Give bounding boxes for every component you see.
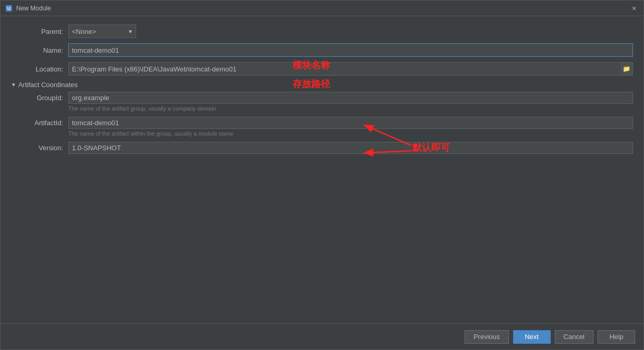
groupid-label: GroupId:: [18, 92, 68, 102]
close-button[interactable]: ×: [629, 3, 639, 14]
name-input[interactable]: [68, 43, 633, 57]
parent-select-wrapper: <None> ▼: [68, 25, 136, 38]
location-input[interactable]: [68, 62, 633, 76]
artifactid-input[interactable]: [68, 117, 633, 129]
section-toggle-icon: ▼: [11, 82, 16, 88]
artifact-section: GroupId: The name of the artifact group,…: [18, 92, 633, 154]
parent-select[interactable]: <None>: [68, 25, 136, 38]
next-button[interactable]: Next: [513, 330, 551, 344]
browse-button[interactable]: 📁: [621, 62, 633, 76]
parent-row: Parent: <None> ▼: [11, 25, 633, 38]
parent-label: Parent:: [11, 28, 68, 35]
svg-text:U: U: [7, 6, 11, 11]
title-bar-title: New Module: [16, 5, 629, 12]
dialog-content: Parent: <None> ▼ Name: Location:: [1, 16, 643, 323]
groupid-row: GroupId: The name of the artifact group,…: [18, 92, 633, 115]
title-bar: U New Module ×: [1, 1, 643, 16]
groupid-hint: The name of the artifact group, usually …: [68, 105, 633, 112]
artifactid-label: ArtifactId:: [18, 117, 68, 127]
location-label: Location:: [11, 65, 68, 73]
dialog-window: U New Module × Parent: <None> ▼ Name:: [0, 0, 644, 350]
main-wrapper: Parent: <None> ▼ Name: Location:: [1, 16, 643, 323]
groupid-input[interactable]: [68, 92, 633, 104]
name-label: Name:: [11, 46, 68, 54]
section-title: Artifact Coordinates: [18, 81, 78, 89]
dialog-footer: Previous Next Cancel Help: [1, 323, 643, 349]
version-field-wrapper: [68, 142, 633, 154]
help-button[interactable]: Help: [598, 330, 635, 344]
cancel-button[interactable]: Cancel: [555, 330, 593, 344]
app-icon: U: [5, 4, 13, 13]
version-row: Version:: [18, 142, 633, 154]
previous-button[interactable]: Previous: [465, 330, 509, 344]
artifactid-field-wrapper: The name of the artifact within the grou…: [68, 117, 633, 140]
artifactid-row: ArtifactId: The name of the artifact wit…: [18, 117, 633, 140]
name-row: Name:: [11, 43, 633, 57]
folder-icon: 📁: [623, 65, 630, 73]
version-label: Version:: [18, 142, 68, 152]
artifact-section-header[interactable]: ▼ Artifact Coordinates: [11, 81, 633, 89]
version-input[interactable]: [68, 142, 633, 154]
location-row: Location: 📁: [11, 62, 633, 76]
artifactid-hint: The name of the artifact within the grou…: [68, 130, 633, 137]
location-input-wrapper: 📁: [68, 62, 633, 76]
groupid-field-wrapper: The name of the artifact group, usually …: [68, 92, 633, 115]
